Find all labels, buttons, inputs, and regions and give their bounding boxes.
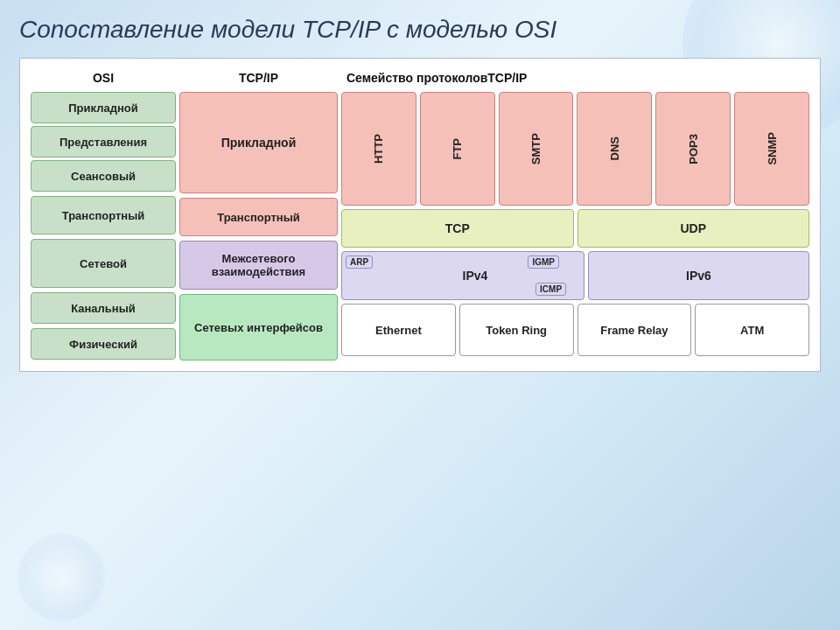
header-row: OSI TCP/IP Семейство протоколовTCP/IP (29, 67, 811, 88)
tcpip-layer-application: Прикладной (179, 92, 338, 193)
proto-igmp: IGMP (528, 256, 559, 269)
osi-layer-application: Прикладной (31, 92, 176, 123)
osi-layer-session: Сеансовый (31, 160, 176, 192)
osi-layer-physical: Физический (31, 328, 176, 360)
tcpip-layer-link: Сетевых интерфейсов (179, 294, 338, 360)
proto-frame-relay: Frame Relay (578, 304, 692, 356)
tcpip-column: Прикладной Транспортный Межсетевого взаи… (178, 90, 340, 362)
proto-icmp: ICMP (536, 283, 566, 296)
main-table: OSI TCP/IP Семейство протоколовTCP/IP Пр… (19, 58, 821, 372)
osi-column-header: OSI (29, 67, 178, 88)
osi-layer-transport: Транспортный (31, 196, 176, 234)
proto-column-header: Семейство протоколовTCP/IP (340, 67, 811, 88)
proto-udp: UDP (578, 209, 810, 248)
app-protocols-row: HTTP FTP SMTP DNS POP3 SNMP (341, 92, 809, 206)
proto-column: HTTP FTP SMTP DNS POP3 SNMP (340, 90, 811, 362)
transport-protocols-row: TCP UDP (341, 209, 809, 248)
osi-layer-datalink: Канальный (31, 292, 176, 324)
tcpip-layer-network: Межсетевого взаимодействия (179, 241, 338, 290)
page-title: Сопоставление модели TCP/IP с моделью OS… (19, 16, 821, 44)
osi-layer-presentation: Представления (31, 126, 176, 158)
proto-atm: ATM (695, 304, 809, 356)
proto-token-ring: Token Ring (459, 304, 574, 356)
tcpip-column-header: TCP/IP (178, 67, 340, 88)
content-row: Прикладной Представления Сеансовый Транс… (29, 90, 811, 362)
proto-http: HTTP (341, 92, 416, 206)
proto-pop3: POP3 (655, 92, 731, 206)
link-protocols-row: Ethernet Token Ring Frame Relay ATM (341, 304, 809, 356)
proto-tcp: TCP (341, 209, 574, 248)
network-protocols-row: ARP IPv4 IGMP ICMP IPv6 (341, 251, 809, 300)
proto-arp: ARP (346, 256, 373, 269)
proto-ftp: FTP (420, 92, 495, 206)
proto-ipv6: IPv6 (588, 251, 809, 300)
proto-ipv4-group: ARP IPv4 IGMP ICMP (341, 251, 584, 300)
osi-column: Прикладной Представления Сеансовый Транс… (29, 90, 178, 362)
page-container: Сопоставление модели TCP/IP с моделью OS… (0, 0, 840, 381)
proto-snmp: SNMP (734, 92, 809, 206)
proto-ipv4: IPv4 (463, 269, 488, 283)
tcpip-layer-transport: Транспортный (179, 198, 338, 236)
proto-smtp: SMTP (499, 92, 574, 206)
proto-dns: DNS (577, 92, 652, 206)
proto-ethernet: Ethernet (341, 304, 456, 356)
osi-layer-network: Сетевой (31, 239, 176, 288)
